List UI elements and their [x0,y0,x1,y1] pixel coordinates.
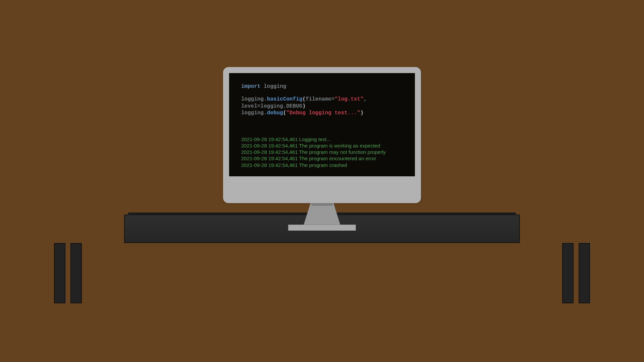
log-timestamp: 2021-09-28 19:42:54,461 [241,149,298,155]
desk-leg [562,243,574,303]
function-name: debug [267,110,283,116]
log-message: Logging test... [299,136,330,142]
log-message: The program is working as expected [299,143,380,148]
code-line: logging.debug("Debug logging test...") [241,110,403,116]
paren-close: ) [360,110,364,116]
dot: . [283,103,286,109]
desk-leg [579,243,590,303]
kwarg-name: level= [241,103,261,109]
string-literal: "Debug logging test..." [286,110,360,116]
monitor-bezel: import logging logging.basicConfig(filen… [223,67,421,203]
log-line: 2021-09-28 19:42:54,461The program encou… [241,155,403,162]
paren-open: ( [283,110,286,116]
space [261,83,264,89]
dot: . [264,96,267,102]
log-timestamp: 2021-09-28 19:42:54,461 [241,143,298,148]
identifier: logging [241,110,264,116]
svg-marker-1 [311,203,333,206]
keyword-import: import [241,83,261,89]
string-literal: "log.txt" [334,96,363,102]
code-line: import logging [241,83,403,90]
code-line: level=logging.DEBUG) [241,103,403,110]
log-timestamp: 2021-09-28 19:42:54,461 [241,136,298,142]
log-message: The program crashed [299,162,347,168]
desk-leg [70,243,82,303]
desk-leg [54,243,65,303]
code-block: import logging logging.basicConfig(filen… [241,83,403,117]
identifier: logging [261,103,283,109]
monitor-stand-base [288,225,356,231]
log-line: 2021-09-28 19:42:54,461Logging test... [241,136,403,142]
monitor-chin [229,176,415,197]
paren-close: ) [302,103,306,109]
identifier: logging [241,96,264,102]
paren-open: ( [302,96,306,102]
log-line: 2021-09-28 19:42:54,461The program is wo… [241,142,403,149]
monitor: import logging logging.basicConfig(filen… [223,67,421,231]
kwarg-name: filename= [306,96,334,102]
comma: , [364,96,367,102]
monitor-stand-neck [301,203,343,225]
log-message: The program may not function properly [299,149,385,155]
code-line: logging.basicConfig(filename="log.txt", [241,96,403,103]
dot: . [264,110,267,116]
module-name: logging [264,83,286,89]
log-line: 2021-09-28 19:42:54,461The program may n… [241,149,403,155]
blank-line [241,90,403,96]
log-message: The program encountered an error [299,156,376,161]
log-line: 2021-09-28 19:42:54,461The program crash… [241,162,403,168]
function-name: basicConfig [267,96,303,102]
attribute: DEBUG [286,103,302,109]
log-output: 2021-09-28 19:42:54,461Logging test... 2… [241,136,403,168]
log-timestamp: 2021-09-28 19:42:54,461 [241,156,298,161]
log-timestamp: 2021-09-28 19:42:54,461 [241,162,298,168]
svg-marker-0 [304,203,340,225]
screen: import logging logging.basicConfig(filen… [229,73,415,182]
